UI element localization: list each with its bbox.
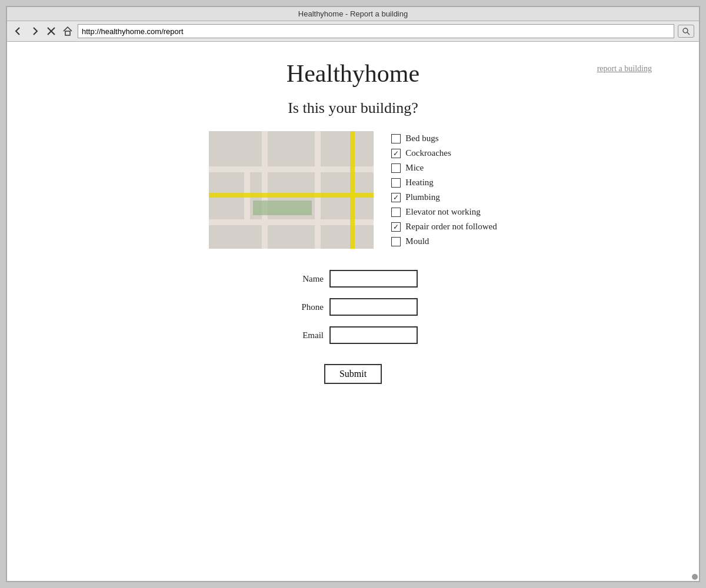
checklist-label: Heating xyxy=(405,178,433,188)
svg-rect-20 xyxy=(350,131,355,249)
svg-rect-19 xyxy=(209,193,374,198)
scroll-indicator xyxy=(692,574,698,580)
phone-input[interactable] xyxy=(329,298,418,316)
browser-title-bar: Healthyhome - Report a building xyxy=(7,7,699,21)
checkbox-plumbing[interactable] xyxy=(391,193,401,202)
list-item: Mice xyxy=(391,163,497,173)
checklist: Bed bugs Cockroaches Mice Heating xyxy=(391,131,497,246)
list-item: Plumbing xyxy=(391,192,497,202)
submit-button[interactable]: Submit xyxy=(324,364,382,384)
checkbox-mould[interactable] xyxy=(391,237,401,246)
name-input[interactable] xyxy=(329,270,418,288)
page-content: Healthyhome report a building Is this yo… xyxy=(7,42,699,581)
svg-rect-6 xyxy=(209,131,262,166)
list-item: Cockroaches xyxy=(391,148,497,158)
svg-point-3 xyxy=(683,28,688,33)
back-button[interactable] xyxy=(12,25,25,38)
search-button[interactable] xyxy=(678,25,694,38)
svg-rect-14 xyxy=(321,225,374,249)
email-input[interactable] xyxy=(329,326,418,344)
section-heading: Is this your building? xyxy=(288,99,418,117)
contact-form: Name Phone Email Submit xyxy=(31,270,675,384)
checkbox-cockroaches[interactable] xyxy=(391,149,401,158)
list-item: Bed bugs xyxy=(391,133,497,143)
checklist-label: Repair order not followed xyxy=(405,222,497,232)
svg-rect-13 xyxy=(268,225,315,249)
checkbox-elevator[interactable] xyxy=(391,208,401,217)
phone-label: Phone xyxy=(288,302,324,312)
home-button[interactable] xyxy=(61,25,74,38)
svg-rect-15 xyxy=(209,166,374,172)
svg-rect-2 xyxy=(65,31,70,35)
checkbox-bed-bugs[interactable] xyxy=(391,134,401,143)
svg-rect-8 xyxy=(321,131,374,166)
checklist-label: Mould xyxy=(405,236,429,246)
checklist-label: Mice xyxy=(405,163,424,173)
svg-rect-17 xyxy=(262,131,268,249)
browser-toolbar xyxy=(7,21,699,42)
address-bar[interactable] xyxy=(78,24,674,38)
site-title: Healthyhome xyxy=(287,59,419,88)
checkbox-heating[interactable] xyxy=(391,178,401,188)
checklist-label: Plumbing xyxy=(405,192,439,202)
checkbox-mice[interactable] xyxy=(391,163,401,173)
name-label: Name xyxy=(288,274,324,284)
stop-button[interactable] xyxy=(45,25,58,38)
svg-rect-18 xyxy=(315,131,321,249)
report-link[interactable]: report a building xyxy=(597,64,652,74)
checklist-label: Cockroaches xyxy=(405,148,451,158)
list-item: Heating xyxy=(391,178,497,188)
list-item: Elevator not working xyxy=(391,207,497,217)
svg-line-4 xyxy=(687,32,690,35)
name-row: Name xyxy=(288,270,418,288)
map-container xyxy=(209,131,374,249)
forward-button[interactable] xyxy=(28,25,41,38)
email-label: Email xyxy=(288,330,324,340)
page-title: Healthyhome - Report a building xyxy=(298,9,408,18)
site-header: Healthyhome report a building xyxy=(7,42,699,93)
map-checklist-row: Bed bugs Cockroaches Mice Heating xyxy=(209,131,497,249)
svg-rect-21 xyxy=(253,201,312,215)
list-item: Mould xyxy=(391,236,497,246)
checkbox-repair-order[interactable] xyxy=(391,222,401,232)
checklist-label: Elevator not working xyxy=(405,207,480,217)
svg-rect-12 xyxy=(209,225,262,249)
svg-rect-7 xyxy=(268,131,315,166)
phone-row: Phone xyxy=(288,298,418,316)
list-item: Repair order not followed xyxy=(391,222,497,232)
email-row: Email xyxy=(288,326,418,344)
svg-rect-16 xyxy=(209,219,374,225)
main-section: Is this your building? xyxy=(7,93,699,390)
checklist-label: Bed bugs xyxy=(405,133,438,143)
